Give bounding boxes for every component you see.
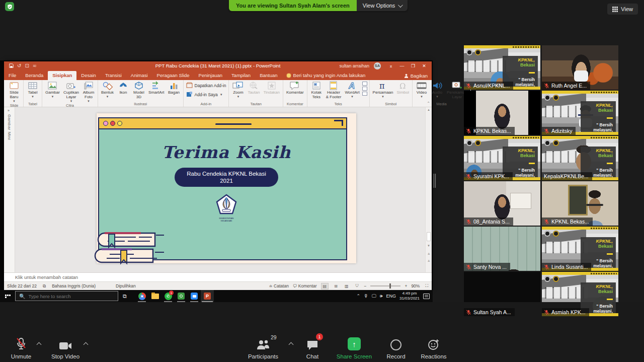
tell-me-box[interactable]: Beri tahu yang ingin Anda lakukan xyxy=(282,71,370,80)
participant-tile-2[interactable]: Ruth Angel E... xyxy=(542,45,618,90)
ribbon-button-dapatkan-add-in[interactable]: Dapatkan Add-in xyxy=(185,82,227,90)
close-button[interactable]: ✕ xyxy=(419,62,430,70)
share-screen-button[interactable]: ↑ Share Screen xyxy=(332,336,377,359)
ribbon-button-video[interactable]: Video▼ xyxy=(414,81,429,99)
account-name[interactable]: sultan arraihan xyxy=(339,63,369,68)
participant-tile-10[interactable]: KPKNL,Bekasi" Bersihmelayani,Smart ! "Li… xyxy=(542,227,618,271)
ribbon-button-ikon[interactable]: Ikon xyxy=(116,81,131,96)
ribbon-display-options-icon[interactable]: ⌅ xyxy=(385,62,396,70)
zoom-slider[interactable] xyxy=(370,285,400,286)
tray-volume-icon[interactable]: 🕪 xyxy=(380,294,383,299)
tab-tampilan[interactable]: Tampilan xyxy=(227,71,255,80)
unmute-button[interactable]: Unmute xyxy=(0,336,44,359)
tray-mic-icon[interactable]: 🎙 xyxy=(364,294,368,299)
ribbon-button-bagan[interactable]: Bagan xyxy=(167,81,182,96)
next-slide-icon[interactable]: ≚ xyxy=(426,259,432,263)
vertical-scrollbar[interactable]: ▲ ▼ ≙ ≚ xyxy=(425,107,432,272)
participant-tile-4[interactable]: KPKNL,Bekasi" Bersihmelayani,Smart ! "Ad… xyxy=(542,91,618,135)
slideshow-icon[interactable]: ⊡ xyxy=(25,63,29,68)
slide-sorter-icon[interactable]: ⊞ xyxy=(333,283,339,289)
task-view-icon[interactable]: ⧉ xyxy=(118,293,131,300)
ribbon-button-tautan[interactable]: Tautan xyxy=(246,81,261,96)
powerpoint-taskbar-icon[interactable]: P xyxy=(201,290,214,302)
share-document-button[interactable]: Bagikan xyxy=(404,73,428,79)
account-avatar[interactable]: SA xyxy=(374,62,381,69)
view-options-button[interactable]: View Options xyxy=(357,0,408,11)
previous-slide-icon[interactable]: ≙ xyxy=(426,252,432,256)
reactions-button[interactable]: Reactions xyxy=(411,336,456,359)
ribbon-button-wordart[interactable]: AWordArt▼ xyxy=(343,81,361,99)
tab-sisipkan[interactable]: Sisipkan xyxy=(48,71,76,80)
green-app-icon[interactable] xyxy=(175,290,188,302)
tab-beranda[interactable]: Beranda xyxy=(21,71,48,80)
tray-language[interactable]: ENG xyxy=(386,294,396,299)
qat-customize-icon[interactable]: ≂ xyxy=(33,63,37,68)
ribbon-button-header-footer[interactable]: Header & Footer xyxy=(325,81,343,100)
participant-tile-3[interactable]: KPKNL Bekas... xyxy=(464,91,540,135)
view-button[interactable]: View xyxy=(607,4,638,15)
zoom-out-icon[interactable]: − xyxy=(364,283,366,288)
tray-expand-icon[interactable]: ⌃ xyxy=(357,294,361,299)
tab-file[interactable]: File xyxy=(4,71,21,80)
chrome-icon[interactable] xyxy=(135,290,148,302)
participant-tile-6[interactable]: KPKNL,Bekasi" Bersihmelayani,Smart ! "Ke… xyxy=(542,136,618,180)
ribbon-button-kotak-teks[interactable]: AKotak Teks xyxy=(309,81,324,100)
ribbon-button-gambar[interactable]: Gambar▼ xyxy=(44,81,61,99)
restore-button[interactable]: ❐ xyxy=(408,62,419,70)
ribbon-button-audio[interactable]: Audio▼ xyxy=(430,81,445,99)
thumbnail-panel-collapsed[interactable]: » Gambar Mini xyxy=(4,107,15,272)
video-options-chevron[interactable] xyxy=(84,341,89,346)
participants-button[interactable]: 29 Participants xyxy=(240,336,286,359)
participant-tile-1[interactable]: KPKNL,Bekasi" Bersihmelayani,Smart ! "As… xyxy=(464,45,540,90)
taskbar-clock[interactable]: 4:49 pm 31/03/2021 xyxy=(399,291,420,301)
participant-tile-9[interactable]: Santy Nova ... xyxy=(464,227,540,271)
ribbon-button-model-3d[interactable]: Model 3D xyxy=(131,81,146,100)
notes-area[interactable]: Klik untuk menambah catatan xyxy=(4,272,432,281)
tab-peninjauan[interactable]: Peninjauan xyxy=(194,71,227,80)
participant-tile-5[interactable]: KPKNL,Bekasi" Bersihmelayani,Smart ! "Sy… xyxy=(464,136,540,180)
ribbon-button-cuplikan-layar[interactable]: Cuplikan Layar▼ xyxy=(62,81,80,103)
ribbon-button-slide-baru[interactable]: Slide Baru▼ xyxy=(7,81,22,103)
comments-toggle[interactable]: 🗩 Komentar xyxy=(293,283,317,288)
ribbon-button-komentar[interactable]: Komentar xyxy=(285,81,305,96)
tab-desain[interactable]: Desain xyxy=(76,71,101,80)
search-input[interactable] xyxy=(28,294,109,299)
tab-animasi[interactable]: Animasi xyxy=(126,71,152,80)
scroll-up-icon[interactable]: ▲ xyxy=(426,108,432,111)
participant-tile-12[interactable]: KPKNL,Bekasi" Bersihmelayani,Smart ! "As… xyxy=(542,272,618,316)
participant-tile-7[interactable]: 08_Antania S... xyxy=(464,181,540,226)
tab-peragaan-slide[interactable]: Peragaan Slide xyxy=(152,71,194,80)
normal-view-icon[interactable]: ▤ xyxy=(321,283,329,289)
reading-view-icon[interactable]: ▥ xyxy=(343,283,350,289)
collapse-ribbon-icon[interactable]: ⌃ xyxy=(427,101,430,106)
ribbon-button-simbol[interactable]: ΩSimbol xyxy=(395,81,411,96)
notes-toggle[interactable]: ≐ Catatan xyxy=(269,283,289,288)
fit-to-window-icon[interactable]: ⛶ xyxy=(424,283,430,289)
slide[interactable]: Terima Kasih Rabu Cendekia KPKNL Bekasi … xyxy=(97,113,356,263)
ribbon-button-smartart[interactable]: SmartArt xyxy=(147,81,166,96)
participant-tile-8[interactable]: KPKNL Bekas... xyxy=(542,181,618,226)
tab-transisi[interactable]: Transisi xyxy=(101,71,126,80)
accessibility-icon[interactable]: ⧉ xyxy=(43,283,46,289)
ribbon-button-zoom[interactable]: Zoom▼ xyxy=(230,81,246,99)
minimize-button[interactable]: — xyxy=(396,62,408,70)
zoom-level[interactable]: 90% xyxy=(411,283,420,288)
ribbon-button-album-foto[interactable]: Album Foto▼ xyxy=(81,81,96,103)
zoom-app-icon[interactable] xyxy=(188,290,201,302)
ribbon-button-tabel[interactable]: Tabel▼ xyxy=(25,81,40,99)
file-explorer-icon[interactable] xyxy=(148,290,162,302)
scroll-down-icon[interactable]: ▼ xyxy=(426,244,432,247)
stop-video-button[interactable]: Stop Video xyxy=(43,336,88,359)
zoom-in-icon[interactable]: + xyxy=(405,283,407,288)
expand-panel-icon[interactable]: » xyxy=(8,109,10,112)
tray-network-icon[interactable]: 🖵 xyxy=(372,294,376,299)
ribbon-button-bentuk[interactable]: Bentuk▼ xyxy=(100,81,115,99)
action-center-icon[interactable] xyxy=(423,294,430,299)
chat-button[interactable]: 1 Chat xyxy=(290,336,335,359)
tab-bantuan[interactable]: Bantuan xyxy=(255,71,282,80)
language-status[interactable]: Bahasa Inggris (Dunia) xyxy=(52,283,96,288)
panel-resize-handle[interactable] xyxy=(433,174,436,188)
ribbon-button-add-in-saya[interactable]: Add-in Saya ▼ xyxy=(185,91,224,99)
start-button[interactable] xyxy=(0,290,15,302)
undo-icon[interactable]: ↺ xyxy=(17,63,21,68)
